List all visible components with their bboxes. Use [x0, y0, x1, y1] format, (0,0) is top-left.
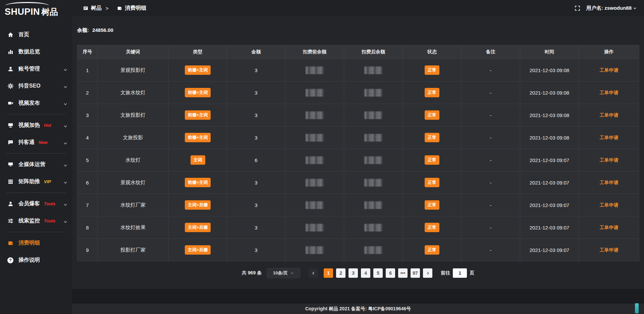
sidebar-item-consumption-detail[interactable]: 消费明细	[0, 234, 72, 252]
cell-type: 前缀+主词	[169, 171, 227, 194]
blurred-balance-before	[306, 134, 324, 142]
sidebar-item-matrix-boost[interactable]: 矩阵助推VIP	[0, 173, 72, 190]
work-order-link[interactable]: 工单申请	[600, 67, 619, 73]
sidebar-item-account-management[interactable]: 账号管理	[0, 60, 72, 77]
sidebar-item-badge: Hot	[44, 123, 51, 128]
cell-status: 正常	[403, 194, 462, 216]
column-header: 序号	[77, 45, 98, 59]
app-logo[interactable]: SHUPIN 树品	[0, 0, 72, 21]
pagination-prev-button[interactable]	[309, 268, 318, 278]
pagination-goto: 前往 页	[441, 268, 474, 278]
cell-amount: 6	[227, 149, 285, 171]
main-content: 余额: 24856.00 序号关键词类型金额扣费前余额扣费后余额状态备注时间操作…	[72, 17, 644, 289]
blurred-balance-before	[306, 89, 324, 97]
fullscreen-icon[interactable]	[575, 5, 580, 11]
sidebar-item-label: 消费明细	[18, 240, 40, 247]
page-button-3[interactable]: 3	[348, 268, 358, 278]
page-button-4[interactable]: 4	[361, 268, 370, 278]
cell-keyword: 景观投影灯	[98, 59, 169, 82]
cell-keyword: 水纹灯	[98, 149, 169, 171]
chevron-down-icon	[63, 202, 67, 206]
page-footer: Copyright 树品 2021 备案号: 粤ICP备09019646号	[72, 304, 644, 314]
work-order-link[interactable]: 工单申请	[600, 90, 619, 95]
pagination-ellipsis[interactable]: •••	[398, 268, 408, 278]
work-order-link[interactable]: 工单申请	[600, 112, 619, 118]
status-badge: 正常	[425, 133, 439, 142]
cell-time: 2021-12-03 09:08	[520, 126, 579, 149]
user-menu[interactable]: 用户名: zswodun88	[586, 5, 637, 11]
blurred-balance-after	[364, 201, 382, 209]
work-order-link[interactable]: 工单申请	[600, 157, 619, 163]
status-badge: 正常	[425, 88, 439, 97]
sidebar-item-lead-monitor[interactable]: 线索监控Tools	[0, 212, 72, 229]
page-button-5[interactable]: 5	[373, 268, 383, 278]
work-order-link[interactable]: 工单申请	[600, 247, 619, 253]
blurred-balance-after	[364, 246, 382, 254]
work-order-link[interactable]: 工单申请	[600, 202, 619, 208]
sidebar-item-operation-guide[interactable]: ?操作说明	[0, 252, 72, 269]
type-badge: 前缀+主词	[185, 110, 211, 120]
work-order-link[interactable]: 工单申请	[600, 135, 619, 140]
sidebar-item-label: 抖音SEO	[18, 83, 41, 90]
chevron-down-icon	[63, 67, 67, 71]
sidebar-item-badge: Tools	[44, 201, 55, 206]
table-row: 6景观水纹灯前缀+主词3正常-2021-12-03 09:07工单申请	[77, 171, 639, 194]
page-button-2[interactable]: 2	[336, 268, 345, 278]
cell-remark: -	[462, 194, 520, 216]
cell-balance-before	[285, 126, 344, 149]
breadcrumb-item-current[interactable]: 消费明细	[125, 5, 146, 12]
page-size-select[interactable]: 10条/页	[267, 268, 300, 278]
cell-type: 主词+后缀	[169, 216, 227, 239]
cell-type: 主词	[169, 149, 227, 171]
sidebar-item-label: 首页	[18, 31, 29, 38]
type-badge: 前缀+主词	[185, 65, 211, 75]
goto-page-input[interactable]	[453, 268, 467, 278]
video-icon	[7, 100, 13, 106]
breadcrumb-item-root[interactable]: 树品	[91, 5, 102, 12]
page-button-97[interactable]: 97	[411, 268, 420, 278]
sidebar-item-omni-media[interactable]: 全媒体运营	[0, 156, 72, 173]
sidebar-item-badge: New	[39, 140, 48, 145]
sidebar-item-label: 抖客通	[18, 139, 35, 146]
cell-index: 3	[77, 104, 98, 126]
cell-action: 工单申请	[579, 194, 639, 216]
cell-action: 工单申请	[579, 216, 639, 239]
cell-time: 2021-12-03 09:07	[520, 216, 579, 239]
sidebar-item-member-baoke[interactable]: 会员爆客Tools	[0, 195, 72, 212]
work-order-link[interactable]: 工单申请	[600, 225, 619, 230]
floating-widget[interactable]	[635, 303, 639, 313]
sidebar-item-home[interactable]: 首页	[0, 26, 72, 43]
sidebar-item-douketong[interactable]: 抖客通New	[0, 134, 72, 151]
blurred-balance-before	[306, 179, 324, 187]
screen-icon	[7, 122, 13, 128]
sidebar-item-douyin-seo[interactable]: 抖音SEO	[0, 77, 72, 95]
pagination-next-button[interactable]	[423, 268, 432, 278]
sidebar-item-label: 全媒体运营	[18, 161, 45, 168]
sidebar-divider	[6, 153, 66, 154]
sidebar-item-data-overview[interactable]: 数据总览	[0, 43, 72, 60]
cell-time: 2021-12-03 09:08	[520, 59, 579, 82]
page-button-6[interactable]: 6	[386, 268, 395, 278]
sidebar-item-video-publish[interactable]: 视频发布	[0, 95, 72, 112]
cell-balance-after	[344, 126, 403, 149]
cell-keyword: 投影灯厂家	[98, 239, 169, 261]
cell-type: 前缀+主词	[169, 59, 227, 82]
type-badge: 前缀+主词	[185, 88, 211, 97]
sidebar-item-video-heat[interactable]: 视频加热Hot	[0, 117, 72, 134]
logo-arc-decoration	[5, 2, 49, 9]
cell-status: 正常	[403, 149, 462, 171]
page-button-1[interactable]: 1	[324, 268, 333, 278]
chevron-down-icon	[63, 163, 67, 167]
balance-value: 24856.00	[92, 27, 113, 33]
blurred-balance-before	[306, 156, 324, 164]
cell-index: 7	[77, 194, 98, 216]
blurred-balance-before	[306, 224, 324, 231]
cell-balance-after	[344, 104, 403, 126]
work-order-link[interactable]: 工单申请	[600, 180, 619, 185]
cell-time: 2021-12-03 09:08	[520, 104, 579, 126]
blurred-balance-before	[306, 66, 324, 74]
cell-amount: 3	[227, 239, 285, 261]
cell-keyword: 景观水纹灯	[98, 171, 169, 194]
column-header: 扣费后余额	[344, 45, 403, 59]
monitor-icon	[7, 162, 13, 168]
